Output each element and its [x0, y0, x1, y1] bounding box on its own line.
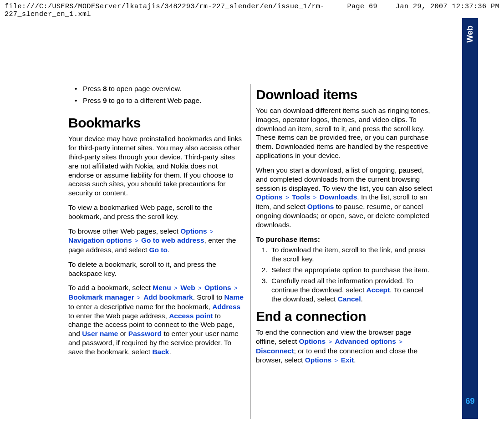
section-label: Web [465, 25, 475, 43]
right-column: Download items You can download differen… [250, 84, 437, 419]
body-text: . [354, 356, 356, 364]
arrow-icon: > [136, 295, 142, 301]
menu-term: Bookmark manager [68, 293, 134, 301]
body-text: to enter a descriptive name for the book… [68, 303, 212, 311]
list-item: To download the item, scroll to the link… [270, 245, 433, 264]
shortcut-list: Press 8 to open page overview. Press 9 t… [68, 84, 244, 105]
arrow-icon: > [334, 357, 339, 364]
body-text: to open page overview. [107, 85, 182, 92]
body-text: To end the connection and view the brows… [256, 328, 433, 365]
list-item: Press 9 to go to a different Web page. [68, 96, 244, 105]
arrow-icon: > [285, 194, 290, 201]
body-text: You can download different items such as… [256, 106, 433, 160]
body-text: To delete a bookmark, scroll to it, and … [68, 260, 244, 278]
menu-term: Options [299, 337, 326, 345]
arrow-icon: > [327, 339, 333, 346]
menu-term: Password [128, 330, 162, 337]
body-text: Your device may have preinstalled bookma… [68, 134, 244, 198]
body-text: Press [83, 85, 103, 92]
left-column: Press 8 to open page overview. Press 9 t… [68, 84, 250, 419]
key-label: 8 [103, 85, 107, 92]
purchase-steps: To download the item, scroll to the link… [256, 245, 433, 303]
menu-term: Go to [149, 246, 168, 254]
menu-term: Options [204, 284, 231, 291]
arrow-icon: > [209, 229, 214, 235]
key-label: 9 [103, 97, 107, 104]
menu-term: Options [256, 193, 283, 201]
list-item: Press 8 to open page overview. [68, 84, 244, 93]
page-frame: Press 8 to open page overview. Press 9 t… [27, 18, 478, 419]
body-text: To browse other Web pages, select [68, 227, 180, 235]
print-datetime: Jan 29, 2007 12:37:36 PM [396, 3, 499, 18]
body-text: To view a bookmarked Web page, scroll to… [68, 203, 244, 221]
menu-term: User name [82, 330, 118, 337]
heading-bookmarks: Bookmarks [68, 115, 244, 131]
body-text: . [169, 348, 171, 356]
menu-term: Options [307, 203, 334, 210]
body-text: . Scroll to [193, 293, 224, 301]
content-area: Press 8 to open page overview. Press 9 t… [27, 18, 462, 419]
page-number: 69 [465, 397, 474, 406]
file-path: file:///C:/USERS/MODEServer/lkatajis/348… [5, 3, 347, 18]
menu-term: Advanced options [335, 337, 396, 345]
menu-term: Address [212, 303, 240, 311]
arrow-icon: > [134, 238, 139, 245]
menu-term: Go to web address [141, 236, 204, 244]
menu-term: Exit [341, 356, 354, 364]
body-text: To add a bookmark, select Menu > Web > O… [68, 283, 244, 356]
menu-term: Accept [367, 286, 390, 294]
body-text: . [361, 295, 362, 303]
body-text: When you start a download, a list of ong… [256, 166, 432, 192]
list-item: Select the appropriate option to purchas… [270, 265, 433, 275]
menu-term: Options [305, 356, 332, 364]
menu-term: Menu [153, 284, 171, 291]
menu-term: Name [224, 293, 244, 301]
arrow-icon: > [398, 339, 403, 346]
body-text: . [168, 246, 169, 254]
menu-term: Disconnect [256, 347, 294, 355]
menu-term: Navigation options [68, 236, 132, 244]
subheading-purchase: To purchase items: [256, 235, 433, 244]
page-indicator: Page 69 [347, 3, 396, 18]
menu-term: Add bookmark [143, 293, 193, 301]
body-text: or [118, 330, 128, 337]
body-text: To browse other Web pages, select Option… [68, 227, 244, 255]
menu-term: Cancel [338, 295, 361, 303]
menu-term: Access point [169, 312, 213, 320]
section-sidebar: Web 69 [462, 18, 478, 419]
body-text: to enter the Web page address, [68, 312, 169, 320]
menu-term: Back [152, 348, 169, 356]
arrow-icon: > [173, 285, 178, 292]
body-text: Press [83, 97, 103, 104]
menu-term: Options [180, 227, 207, 235]
body-text: To add a bookmark, select [68, 284, 153, 291]
heading-download-items: Download items [256, 87, 433, 102]
arrow-icon: > [233, 285, 239, 292]
list-item: Carefully read all the information provi… [270, 276, 433, 303]
body-text: to go to a different Web page. [107, 97, 202, 104]
arrow-icon: > [197, 285, 203, 292]
menu-term: Web [180, 284, 195, 291]
body-text: When you start a download, a list of ong… [256, 166, 433, 229]
arrow-icon: > [312, 194, 318, 201]
menu-term: Tools [292, 193, 310, 201]
heading-end-connection: End a connection [256, 309, 433, 324]
menu-term: Downloads [320, 193, 357, 201]
